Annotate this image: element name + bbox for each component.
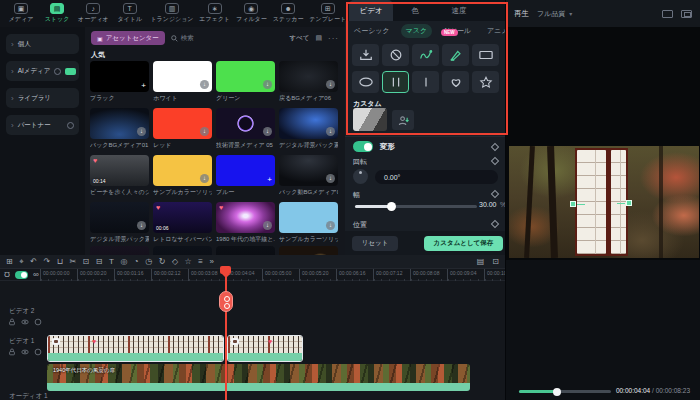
- video-subtab[interactable]: マスク: [401, 24, 433, 38]
- media-grid-item[interactable]: + ↓ ♥ デジタル背景パック素...: [279, 108, 338, 149]
- delete-icon[interactable]: ⊔: [57, 258, 63, 266]
- properties-tab[interactable]: 色: [393, 0, 437, 21]
- filter-all-dropdown[interactable]: すべて: [289, 34, 309, 43]
- top-menu-item[interactable]: ▣ メディア: [7, 3, 35, 24]
- media-thumbnail[interactable]: + ↓ ♥: [279, 61, 338, 92]
- crop-icon[interactable]: ⊟: [96, 258, 103, 266]
- download-icon[interactable]: ↓: [200, 127, 209, 136]
- rotate-icon[interactable]: ↻: [159, 258, 166, 266]
- mask-line-handle-right[interactable]: [626, 200, 632, 206]
- media-thumbnail[interactable]: + ↓ ♥: [153, 61, 212, 92]
- view-grid-icon[interactable]: ▤: [315, 34, 322, 42]
- media-thumbnail[interactable]: [279, 246, 338, 255]
- media-grid-item[interactable]: + ↓ ♥ ホワイト: [153, 61, 212, 102]
- star-mask-icon[interactable]: [472, 71, 499, 93]
- playhead-line[interactable]: [225, 269, 227, 400]
- top-menu-item[interactable]: ◉ フィルター: [237, 3, 266, 24]
- media-grid-item[interactable]: + ↓ ♥ バック動BGメディア02: [279, 155, 338, 196]
- media-grid-item[interactable]: + ↓ ♥ サンプルカラーソリッ...: [279, 202, 338, 243]
- download-icon[interactable]: ↓: [137, 221, 146, 230]
- media-grid-item[interactable]: + ↓ ♥ 1980 年代の地平線と...: [216, 202, 275, 243]
- media-thumbnail[interactable]: + ↓ ♥: [90, 202, 149, 233]
- more-tools-icon[interactable]: »: [209, 258, 213, 266]
- snap-magnet-icon[interactable]: Ω: [4, 270, 10, 279]
- timeline-clip-video1[interactable]: 1940年代日本の風景の扉: [47, 364, 470, 391]
- rotate-dial[interactable]: [353, 169, 368, 184]
- fullscreen-icon[interactable]: [681, 10, 692, 18]
- download-icon[interactable]: ↓: [200, 174, 209, 183]
- timeline-clip-video2-a[interactable]: ♥: [47, 335, 224, 362]
- media-thumbnail[interactable]: + ↓ ♥: [153, 108, 212, 139]
- media-thumbnail[interactable]: + ↓ ♥: [90, 108, 149, 139]
- fit-view-icon[interactable]: ⊡: [492, 258, 499, 266]
- media-thumbnail[interactable]: [90, 246, 149, 255]
- video-subtab[interactable]: アニメーシ: [482, 24, 507, 38]
- top-menu-item[interactable]: ♪ オーディオ: [79, 3, 108, 24]
- media-grid-item[interactable]: + ↓ ♥ ブラック: [90, 61, 149, 102]
- mask-line-handle-left[interactable]: [570, 201, 576, 207]
- asset-center-button[interactable]: ▣ アセットセンター: [91, 31, 165, 45]
- hide-track-icon[interactable]: [21, 318, 29, 326]
- mute-track-icon[interactable]: [34, 318, 42, 326]
- render-icon[interactable]: ◷: [145, 258, 152, 266]
- preview-video[interactable]: [509, 146, 699, 258]
- position-keyframe-icon[interactable]: [491, 220, 499, 228]
- ai-mask-icon[interactable]: [412, 44, 439, 66]
- download-icon[interactable]: ↓: [263, 127, 272, 136]
- download-icon[interactable]: ↓: [200, 80, 209, 89]
- media-grid-item[interactable]: + ↓ ♥ デジタル背景パック素...: [90, 202, 149, 243]
- video-subtab[interactable]: ベーシック: [349, 24, 395, 38]
- media-grid-item[interactable]: + ↓ ♥ レッド: [153, 108, 212, 149]
- media-grid-item[interactable]: + ↓ ♥ 00:06 レトロなサイバーパン...: [153, 202, 212, 243]
- parallel-lines-mask-icon[interactable]: [382, 71, 409, 93]
- mixer-icon[interactable]: ≡: [198, 258, 203, 266]
- add-custom-mask-button[interactable]: [392, 110, 414, 130]
- reset-button[interactable]: リセット: [352, 236, 398, 251]
- add-to-timeline-icon[interactable]: +: [267, 176, 272, 184]
- snap-icon[interactable]: ⊞: [6, 258, 13, 266]
- text-icon[interactable]: T: [109, 258, 114, 266]
- no-mask-icon[interactable]: [382, 44, 409, 66]
- speed-icon[interactable]: ◔: [134, 258, 139, 266]
- playhead-mask-keyframe-handle[interactable]: [219, 291, 233, 312]
- search-input[interactable]: 検索: [171, 34, 194, 43]
- width-slider-knob[interactable]: [387, 202, 396, 211]
- sidebar-item[interactable]: › AIメディア: [6, 61, 79, 81]
- download-icon[interactable]: ↓: [326, 221, 335, 230]
- copy-icon[interactable]: ⊡: [83, 258, 90, 266]
- media-thumbnail[interactable]: + ↓ ♥: [279, 202, 338, 233]
- quality-dropdown[interactable]: フル品質 ▾: [537, 9, 572, 19]
- download-icon[interactable]: ↓: [263, 80, 272, 89]
- width-slider[interactable]: [355, 205, 477, 208]
- media-grid-item[interactable]: + ↓ ♥ バックBGメディア01: [90, 108, 149, 149]
- sidebar-item[interactable]: › パートナー: [6, 115, 79, 135]
- top-menu-item[interactable]: T タイトル: [116, 3, 144, 24]
- rotate-value-field[interactable]: 0.00°: [375, 170, 498, 184]
- redo-icon[interactable]: ↷: [43, 258, 50, 266]
- download-icon[interactable]: ↓: [263, 221, 272, 230]
- draw-mask-icon[interactable]: [442, 44, 469, 66]
- effect-icon[interactable]: ☆: [185, 258, 192, 266]
- select-icon[interactable]: ⌖: [19, 258, 24, 266]
- playhead-head[interactable]: [220, 266, 231, 274]
- seek-bar[interactable]: [519, 390, 611, 393]
- media-grid-item[interactable]: + ↓ ♥ サンプルカラーソリッ...: [153, 155, 212, 196]
- top-menu-item[interactable]: ▥ トランジション: [152, 3, 192, 24]
- rectangle-mask-icon[interactable]: [472, 44, 499, 66]
- add-to-timeline-icon[interactable]: +: [141, 82, 146, 90]
- transform-toggle[interactable]: [353, 141, 373, 152]
- media-thumbnail[interactable]: + ↓ ♥: [279, 155, 338, 186]
- media-grid-item[interactable]: + ↓ ♥ 戻るBGメディア06: [279, 61, 338, 102]
- properties-tab[interactable]: ビデオ: [349, 0, 393, 21]
- media-thumbnail[interactable]: + ↓ ♥: [216, 202, 275, 233]
- media-thumbnail[interactable]: [153, 246, 212, 255]
- media-grid-item[interactable]: + ↓ ♥ ブルー: [216, 155, 275, 196]
- single-line-mask-icon[interactable]: [412, 71, 439, 93]
- media-grid-item[interactable]: + ↓ ♥ 技術背景メディア 05: [216, 108, 275, 149]
- mute-track-icon[interactable]: [34, 348, 42, 356]
- sidebar-item[interactable]: › 個人: [6, 34, 79, 54]
- custom-mask-thumbnail[interactable]: [353, 108, 387, 131]
- media-thumbnail[interactable]: + ↓ ♥: [153, 155, 212, 186]
- lock-icon[interactable]: [8, 348, 16, 356]
- media-thumbnail[interactable]: + ↓ ♥: [216, 108, 275, 139]
